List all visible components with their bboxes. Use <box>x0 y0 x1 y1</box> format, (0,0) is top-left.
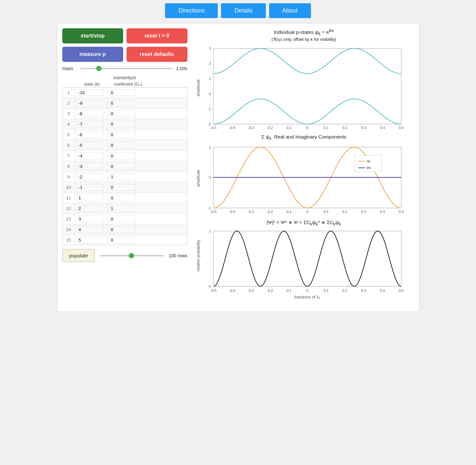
coeff-input[interactable] <box>109 194 136 201</box>
svg-text:-0.3: -0.3 <box>248 210 254 214</box>
svg-text:-0.1: -0.1 <box>285 210 292 214</box>
populate-slider[interactable] <box>100 255 164 256</box>
state-input[interactable] <box>77 131 103 138</box>
state-input[interactable] <box>77 216 103 222</box>
svg-text:0.4: 0.4 <box>380 289 385 293</box>
coeff-input[interactable] <box>109 216 136 222</box>
right-panel: Individual p-states ψk = eikx (ℜ[ψ] only… <box>194 28 414 307</box>
row-number: 1 <box>63 88 75 98</box>
row-state-cell[interactable] <box>75 140 107 150</box>
coeff-input[interactable] <box>109 184 136 191</box>
row-number: 15 <box>63 235 75 245</box>
row-coeff-cell[interactable] <box>107 203 144 214</box>
directions-button[interactable]: Directions <box>165 3 218 18</box>
svg-text:0: 0 <box>209 175 210 179</box>
table-row: 14 <box>63 224 187 235</box>
row-coeff-cell[interactable] <box>107 151 144 161</box>
row-number: 7 <box>63 151 75 161</box>
table-row: 1 <box>63 88 187 98</box>
table-row: 13 <box>63 214 187 224</box>
row-number: 13 <box>63 214 75 224</box>
row-coeff-cell[interactable] <box>107 172 144 182</box>
coeff-input[interactable] <box>109 142 136 149</box>
svg-text:0.2: 0.2 <box>342 289 347 293</box>
state-input[interactable] <box>77 142 103 149</box>
coeff-input[interactable] <box>109 205 136 212</box>
row-state-cell[interactable] <box>75 224 107 235</box>
row-coeff-cell[interactable] <box>107 224 144 235</box>
state-input[interactable] <box>77 184 103 191</box>
row-state-cell[interactable] <box>75 161 107 171</box>
chart2-area: Σ ψk Real and Imaginary Components ampli… <box>194 134 414 218</box>
state-input[interactable] <box>77 237 103 244</box>
row-coeff-cell[interactable] <box>107 235 144 245</box>
coeff-input[interactable] <box>109 121 136 128</box>
row-state-cell[interactable] <box>75 151 107 161</box>
table-header: momentum <box>62 75 187 80</box>
coeff-input[interactable] <box>109 110 136 117</box>
row-state-cell[interactable] <box>75 193 107 203</box>
row-coeff-cell[interactable] <box>107 193 144 203</box>
state-input[interactable] <box>77 110 103 117</box>
row-coeff-cell[interactable] <box>107 140 144 150</box>
svg-text:-0.2: -0.2 <box>266 126 273 130</box>
row-coeff-cell[interactable] <box>107 214 144 224</box>
row-coeff-cell[interactable] <box>107 98 144 108</box>
row-coeff-cell[interactable] <box>107 130 144 140</box>
populate-button[interactable]: populate <box>62 249 95 262</box>
row-state-cell[interactable] <box>75 203 107 214</box>
coeff-input[interactable] <box>109 89 136 96</box>
reset-t-button[interactable]: reset t = 0 <box>126 28 187 43</box>
table-row: 8 <box>63 161 187 172</box>
start-stop-button[interactable]: start/stop <box>62 28 123 43</box>
coeff-input[interactable] <box>109 131 136 138</box>
coeff-input[interactable] <box>109 173 136 180</box>
row-state-cell[interactable] <box>75 98 107 108</box>
row-state-cell[interactable] <box>75 119 107 129</box>
details-button[interactable]: Details <box>221 3 266 18</box>
mass-slider[interactable] <box>80 68 173 69</box>
table-row: 2 <box>63 98 187 109</box>
coeff-input[interactable] <box>109 152 136 159</box>
row-coeff-cell[interactable] <box>107 109 144 119</box>
row-state-cell[interactable] <box>75 214 107 224</box>
top-navigation: Directions Details About <box>165 3 311 18</box>
coeff-input[interactable] <box>109 237 136 244</box>
row-coeff-cell[interactable] <box>107 119 144 129</box>
momentum-table[interactable]: 1 2 3 4 5 <box>62 87 187 245</box>
svg-text:amplitude: amplitude <box>196 170 201 187</box>
row-state-cell[interactable] <box>75 130 107 140</box>
coeff-input[interactable] <box>109 163 136 170</box>
bottom-button-row: measure p reset defaults <box>62 47 187 62</box>
state-input[interactable] <box>77 194 103 201</box>
measure-p-button[interactable]: measure p <box>62 47 123 62</box>
row-state-cell[interactable] <box>75 88 107 98</box>
row-coeff-cell[interactable] <box>107 161 144 171</box>
row-coeff-cell[interactable] <box>107 182 144 193</box>
about-button[interactable]: About <box>269 3 311 18</box>
state-input[interactable] <box>77 89 103 96</box>
state-input[interactable] <box>77 163 103 170</box>
svg-text:0.3: 0.3 <box>361 126 366 130</box>
row-number: 3 <box>63 109 75 119</box>
state-input[interactable] <box>77 205 103 212</box>
row-state-cell[interactable] <box>75 235 107 245</box>
row-state-cell[interactable] <box>75 109 107 119</box>
row-state-cell[interactable] <box>75 182 107 193</box>
reset-defaults-button[interactable]: reset defaults <box>126 47 187 62</box>
state-input[interactable] <box>77 100 103 107</box>
state-input[interactable] <box>77 121 103 128</box>
row-number: 2 <box>63 98 75 108</box>
coeff-input[interactable] <box>109 226 136 233</box>
svg-text:-0.1: -0.1 <box>285 126 292 130</box>
coeff-input[interactable] <box>109 100 136 107</box>
svg-text:-0.4: -0.4 <box>229 210 235 214</box>
bottom-bar: populate 100 rows <box>62 249 187 262</box>
state-input[interactable] <box>77 152 103 159</box>
state-input[interactable] <box>77 173 103 180</box>
chart1-area: Individual p-states ψk = eikx (ℜ[ψ] only… <box>194 28 414 132</box>
state-input[interactable] <box>77 226 103 233</box>
row-coeff-cell[interactable] <box>107 88 144 98</box>
svg-text:-0.4: -0.4 <box>229 289 235 293</box>
row-state-cell[interactable] <box>75 172 107 182</box>
